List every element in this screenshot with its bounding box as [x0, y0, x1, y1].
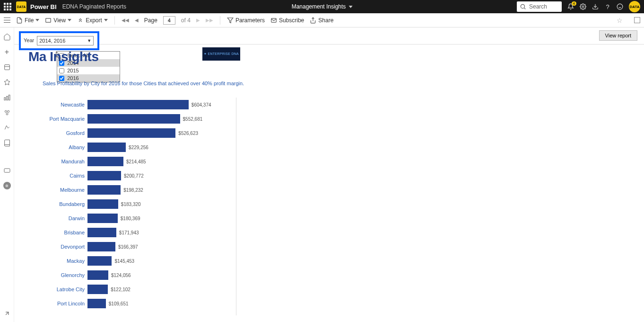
bar-value-label: $124,056: [108, 273, 131, 278]
learn-icon[interactable]: [3, 139, 11, 147]
download-button[interactable]: [592, 3, 599, 10]
svg-rect-19: [4, 169, 10, 172]
share-icon: [310, 17, 316, 24]
export-label: Export: [86, 17, 102, 24]
notifications-button[interactable]: 4: [567, 3, 574, 10]
comments-button[interactable]: [634, 17, 640, 23]
app-launcher-icon[interactable]: [4, 3, 11, 10]
last-page-button[interactable]: ▶▶: [206, 18, 213, 23]
bar-value-label: $229,256: [126, 145, 148, 150]
svg-point-4: [617, 4, 623, 9]
chart-row: Darwin$180,369: [43, 211, 236, 225]
year-param-value: 2014, 2016: [39, 38, 65, 44]
nav-toggle[interactable]: [4, 18, 10, 23]
city-label: Glenorchy: [43, 272, 87, 278]
parameter-bar: Year 2014, 2016 ▼ Select All 2014 2015 2…: [14, 27, 644, 45]
first-page-button[interactable]: ◀◀: [122, 18, 129, 23]
datahub-icon[interactable]: [3, 79, 11, 86]
help-button[interactable]: ?: [604, 3, 611, 10]
page-number-input[interactable]: [163, 16, 175, 25]
city-label: Newcastle: [43, 102, 87, 107]
workspace-badge[interactable]: ⊕: [3, 182, 11, 189]
chart-row: Melbourne$198,232: [43, 183, 236, 197]
dropdown-icon: ▼: [87, 38, 91, 43]
workspaces-icon[interactable]: [3, 167, 11, 174]
bar-value-label: $171,943: [116, 230, 139, 235]
bar-value-label: $183,320: [118, 202, 141, 207]
chart-row: Mandurah$214,485: [43, 154, 236, 169]
svg-point-16: [5, 110, 7, 112]
profitability-bar-chart: Newcastle$604,374Port Macquarie$552,681G…: [43, 98, 236, 315]
bar: [87, 199, 118, 209]
app-name: Power BI: [30, 3, 57, 10]
search-input[interactable]: Search: [517, 1, 562, 12]
create-icon[interactable]: +: [3, 48, 11, 56]
svg-line-1: [524, 8, 526, 9]
metrics-icon[interactable]: [3, 94, 11, 101]
report-toolbar: File View Export ◀◀ ◀ Page of 4 ▶ ▶▶ Par…: [0, 13, 644, 27]
left-nav-rail: + ⊕: [0, 27, 14, 322]
bar: [87, 143, 126, 152]
chart-row: Devonport$166,397: [43, 240, 236, 254]
report-title-dropdown[interactable]: Management Insights: [292, 3, 353, 10]
smiley-icon: [617, 3, 623, 10]
share-button[interactable]: Share: [310, 17, 333, 24]
city-label: Latrobe City: [43, 286, 87, 292]
bar: [87, 228, 116, 237]
browse-icon[interactable]: [3, 63, 11, 71]
city-label: Albany: [43, 144, 87, 150]
file-menu[interactable]: File: [16, 17, 39, 24]
city-label: Cairns: [43, 173, 87, 179]
bar-value-label: $180,369: [118, 216, 140, 221]
parameters-label: Parameters: [235, 17, 265, 24]
bar-value-label: $122,102: [108, 287, 131, 292]
chart-row: Brisbane$171,943: [43, 225, 236, 240]
apps-icon[interactable]: [3, 109, 11, 116]
subscribe-button[interactable]: Subscribe: [270, 17, 304, 24]
city-label: Port Lincoln: [43, 301, 87, 306]
subscribe-label: Subscribe: [279, 17, 304, 24]
workspace-name[interactable]: EDNA Paginated Reports: [62, 3, 126, 10]
bar: [87, 256, 112, 266]
svg-rect-13: [4, 98, 6, 100]
feedback-button[interactable]: [617, 3, 623, 10]
deployment-icon[interactable]: [3, 124, 11, 132]
city-label: Brisbane: [43, 230, 87, 235]
bar-value-label: $604,374: [189, 102, 211, 107]
next-page-button[interactable]: ▶: [196, 18, 200, 23]
avatar[interactable]: DATA: [629, 1, 640, 12]
prev-page-button[interactable]: ◀: [135, 18, 139, 23]
svg-rect-7: [46, 18, 51, 22]
chevron-down-icon: [68, 19, 71, 21]
settings-button[interactable]: [580, 3, 586, 10]
bar-value-label: $214,485: [123, 159, 146, 164]
chart-row: Cairns$200,772: [43, 169, 236, 183]
enterprise-dna-logo: ✦ ENTERPRISE DNA: [202, 47, 240, 61]
year-param-select[interactable]: 2014, 2016 ▼: [37, 36, 94, 45]
view-report-button[interactable]: View report: [599, 30, 637, 41]
expand-icon[interactable]: [3, 310, 11, 317]
chart-row: Mackay$145,453: [43, 254, 236, 268]
home-icon[interactable]: [3, 33, 11, 41]
city-label: Devonport: [43, 244, 87, 250]
view-menu[interactable]: View: [45, 17, 71, 24]
bar: [87, 214, 118, 223]
bar-value-label: $526,623: [175, 131, 198, 136]
chevron-down-icon: [348, 6, 352, 8]
chart-row: Gosford$526,623: [43, 126, 236, 140]
parameters-button[interactable]: Parameters: [227, 17, 265, 24]
view-icon: [45, 17, 52, 24]
chart-row: Bundaberg$183,320: [43, 197, 236, 211]
export-menu[interactable]: Export: [77, 17, 108, 24]
favorite-button[interactable]: ☆: [617, 17, 623, 24]
bar: [87, 185, 121, 195]
chevron-down-icon: [104, 19, 108, 21]
bar: [87, 285, 108, 294]
bar-value-label: $166,397: [115, 244, 138, 250]
city-label: Port Macquarie: [43, 116, 87, 122]
report-canvas: Ma Insights ✦ ENTERPRISE DNA Sales Profi…: [14, 45, 644, 322]
page-of-label: of 4: [181, 17, 191, 24]
bar: [87, 299, 106, 308]
page-label: Page: [144, 17, 157, 24]
bar: [87, 100, 189, 109]
